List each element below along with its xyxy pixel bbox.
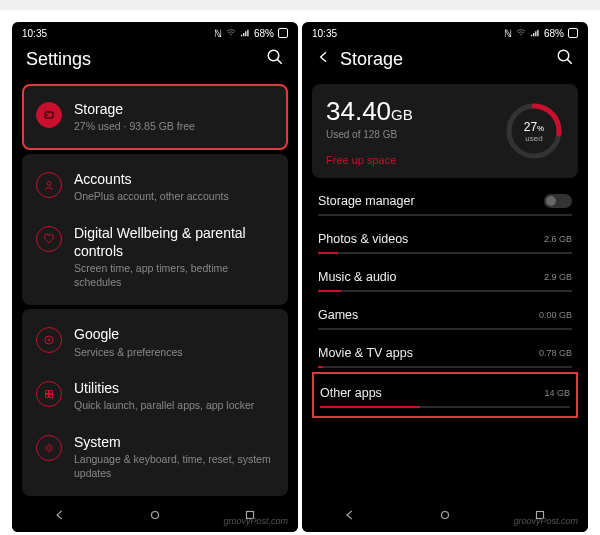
divider bbox=[318, 214, 572, 216]
row-label: Movie & TV apps bbox=[318, 346, 413, 360]
row-value: 0.78 GB bbox=[539, 348, 572, 358]
row-label: System bbox=[74, 433, 274, 451]
phone-storage: 10:35 ℕ 68% Storage 34.40GB Used of 128 … bbox=[302, 22, 588, 532]
nav-back-icon[interactable] bbox=[53, 508, 67, 526]
row-subtitle: Services & preferences bbox=[74, 346, 274, 360]
row-label: Other apps bbox=[320, 386, 382, 400]
search-icon[interactable] bbox=[556, 48, 574, 70]
wifi-icon bbox=[226, 28, 236, 38]
row-label: Music & audio bbox=[318, 270, 397, 284]
header: Settings bbox=[12, 44, 298, 80]
row-subtitle: OnePlus account, other accounts bbox=[74, 190, 274, 204]
row-value: 0.00 GB bbox=[539, 310, 572, 320]
svg-point-4 bbox=[47, 181, 51, 185]
category-games[interactable]: Games 0.00 GB bbox=[302, 296, 588, 324]
row-label: Games bbox=[318, 308, 358, 322]
svg-rect-13 bbox=[247, 512, 254, 519]
nav-recent-icon[interactable] bbox=[533, 508, 547, 526]
status-bar: 10:35 ℕ 68% bbox=[302, 22, 588, 44]
status-time: 10:35 bbox=[312, 28, 337, 39]
row-subtitle: Screen time, app timers, bedtime schedul… bbox=[74, 262, 274, 289]
svg-rect-8 bbox=[50, 391, 53, 394]
row-label: Google bbox=[74, 325, 274, 343]
usage-bar bbox=[320, 406, 570, 408]
row-label: Storage manager bbox=[318, 194, 415, 208]
free-up-space-link[interactable]: Free up space bbox=[326, 154, 494, 166]
status-bar: 10:35 ℕ 68% bbox=[12, 22, 298, 44]
nav-home-icon[interactable] bbox=[148, 508, 162, 526]
row-value: 2.6 GB bbox=[544, 234, 572, 244]
nav-recent-icon[interactable] bbox=[243, 508, 257, 526]
nfc-icon: ℕ bbox=[504, 28, 512, 39]
usage-bar bbox=[318, 252, 572, 254]
header: Storage bbox=[302, 44, 588, 80]
svg-point-11 bbox=[47, 446, 51, 450]
row-subtitle: 27% used · 93.85 GB free bbox=[74, 120, 274, 134]
storage-ring-chart: 27% used bbox=[504, 101, 564, 161]
nav-home-icon[interactable] bbox=[438, 508, 452, 526]
category-photos[interactable]: Photos & videos 2.6 GB bbox=[302, 220, 588, 248]
settings-row-utilities[interactable]: Utilities Quick launch, parallel apps, a… bbox=[26, 369, 284, 423]
storage-usage-card: 34.40GB Used of 128 GB Free up space 27%… bbox=[312, 84, 578, 178]
svg-point-12 bbox=[151, 512, 158, 519]
search-icon[interactable] bbox=[266, 48, 284, 70]
svg-line-1 bbox=[277, 59, 282, 64]
usage-bar bbox=[318, 290, 572, 292]
svg-rect-19 bbox=[537, 512, 544, 519]
back-icon[interactable] bbox=[316, 49, 332, 69]
nav-back-icon[interactable] bbox=[343, 508, 357, 526]
settings-row-accounts[interactable]: Accounts OnePlus account, other accounts bbox=[26, 160, 284, 214]
svg-point-14 bbox=[558, 50, 569, 61]
svg-rect-9 bbox=[46, 395, 49, 398]
row-value: 14 GB bbox=[544, 388, 570, 398]
row-label: Accounts bbox=[74, 170, 274, 188]
row-label: Photos & videos bbox=[318, 232, 408, 246]
battery-text: 68% bbox=[544, 28, 564, 39]
storage-icon bbox=[36, 102, 62, 128]
status-icons: ℕ 68% bbox=[214, 28, 288, 39]
phone-settings: 10:35 ℕ 68% Settings Storage 27% used · … bbox=[12, 22, 298, 532]
category-music[interactable]: Music & audio 2.9 GB bbox=[302, 258, 588, 286]
signal-icon bbox=[240, 28, 250, 38]
signal-icon bbox=[530, 28, 540, 38]
page-title: Storage bbox=[340, 49, 403, 70]
svg-rect-2 bbox=[45, 112, 53, 118]
battery-text: 68% bbox=[254, 28, 274, 39]
nav-bar bbox=[12, 502, 298, 532]
svg-point-6 bbox=[48, 339, 50, 341]
storage-used-value: 34.40GB bbox=[326, 96, 494, 127]
utilities-icon bbox=[36, 381, 62, 407]
row-label: Storage bbox=[74, 100, 274, 118]
storage-manager-row[interactable]: Storage manager bbox=[302, 182, 588, 210]
page-title: Settings bbox=[26, 49, 91, 70]
row-label: Utilities bbox=[74, 379, 274, 397]
settings-card-system: Google Services & preferences Utilities … bbox=[22, 309, 288, 496]
svg-point-18 bbox=[441, 512, 448, 519]
svg-rect-10 bbox=[50, 395, 53, 398]
wifi-icon bbox=[516, 28, 526, 38]
nfc-icon: ℕ bbox=[214, 28, 222, 39]
row-subtitle: Quick launch, parallel apps, app locker bbox=[74, 399, 274, 413]
svg-point-5 bbox=[45, 336, 53, 344]
settings-row-google[interactable]: Google Services & preferences bbox=[26, 315, 284, 369]
svg-point-3 bbox=[47, 115, 48, 116]
usage-bar bbox=[318, 366, 572, 368]
settings-card-storage[interactable]: Storage 27% used · 93.85 GB free bbox=[22, 84, 288, 150]
settings-card-accounts: Accounts OnePlus account, other accounts… bbox=[22, 154, 288, 305]
row-value: 2.9 GB bbox=[544, 272, 572, 282]
category-movie[interactable]: Movie & TV apps 0.78 GB bbox=[302, 334, 588, 362]
google-icon bbox=[36, 327, 62, 353]
usage-bar bbox=[318, 328, 572, 330]
svg-line-15 bbox=[567, 59, 572, 64]
system-icon bbox=[36, 435, 62, 461]
wellbeing-icon bbox=[36, 226, 62, 252]
settings-row-wellbeing[interactable]: Digital Wellbeing & parental controls Sc… bbox=[26, 214, 284, 300]
settings-row-system[interactable]: System Language & keyboard, time, reset,… bbox=[26, 423, 284, 490]
svg-rect-7 bbox=[46, 391, 49, 394]
category-other[interactable]: Other apps 14 GB bbox=[314, 374, 576, 402]
camera-cutout-icon bbox=[278, 28, 288, 38]
storage-manager-toggle[interactable] bbox=[544, 194, 572, 208]
row-subtitle: Language & keyboard, time, reset, system… bbox=[74, 453, 274, 480]
nav-bar bbox=[302, 502, 588, 532]
status-time: 10:35 bbox=[22, 28, 47, 39]
